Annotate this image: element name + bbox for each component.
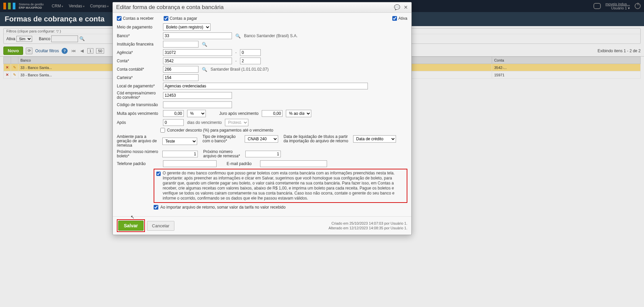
banco-label: Banco* bbox=[117, 33, 160, 38]
conta-contabil-input[interactable] bbox=[163, 66, 198, 73]
cod-transmissao-label: Código de transmissão bbox=[117, 102, 160, 107]
email-input[interactable] bbox=[260, 160, 327, 167]
multa-unit-select[interactable]: % bbox=[187, 110, 206, 117]
banco-desc: Banco Santander (Brasil) S.A. bbox=[244, 33, 298, 38]
juro-unit-select[interactable]: % ao dia bbox=[286, 110, 311, 117]
data-liquidacao-label: Data de liquidação de títulos a partir d… bbox=[284, 135, 350, 143]
prox-nosso-label: Próximo nosso número boleto* bbox=[117, 150, 160, 158]
conta-contabil-desc: Santander Brasil (1.01.01.02.07) bbox=[211, 67, 268, 72]
desconto-label: Conceder desconto (%) para pagamentos at… bbox=[167, 128, 273, 133]
juro-input[interactable] bbox=[262, 110, 283, 117]
telefone-label: Telefone padrão bbox=[117, 161, 160, 166]
gerente-text: O gerente do meu banco confirmou que pos… bbox=[163, 171, 405, 201]
conta-input[interactable] bbox=[163, 58, 232, 64]
agencia-label: Agência* bbox=[117, 50, 160, 55]
instituicao-label: Instituição financeira bbox=[117, 42, 160, 47]
prox-arquivo-input[interactable] bbox=[245, 151, 281, 157]
prox-arquivo-label: Próximo número arquivo de remessa* bbox=[203, 150, 243, 158]
local-pagamento-input[interactable] bbox=[163, 83, 368, 89]
search-icon[interactable]: 🔍 bbox=[202, 42, 207, 47]
data-liquidacao-select[interactable]: Data de crédito bbox=[353, 135, 396, 143]
conta-dv-input[interactable] bbox=[240, 58, 261, 64]
local-pagamento-label: Local de pagamento* bbox=[117, 84, 160, 88]
email-label: E-mail padrão bbox=[227, 161, 257, 166]
telefone-input[interactable] bbox=[163, 160, 217, 167]
conta-label: Conta* bbox=[117, 59, 160, 63]
gerente-confirmation-box: O gerente do meu banco confirmou que pos… bbox=[154, 169, 407, 203]
multa-input[interactable] bbox=[163, 110, 184, 117]
apos-label: Após bbox=[117, 120, 160, 125]
importar-label: Ao importar arquivo de retorno, somar va… bbox=[160, 205, 286, 210]
modal-title: Editar forma de cobrança e conta bancári… bbox=[116, 4, 224, 11]
protestar-select[interactable]: Protestar bbox=[225, 119, 248, 126]
ativa-check[interactable]: Ativa bbox=[392, 16, 407, 21]
edit-modal: Editar forma de cobrança e conta bancári… bbox=[112, 2, 412, 235]
banco-input[interactable] bbox=[163, 32, 232, 39]
apos-input[interactable] bbox=[163, 119, 184, 126]
cod-empresa-label: Cód empresa/número do convênio* bbox=[117, 91, 160, 100]
tipo-integracao-select[interactable]: CNAB 240 bbox=[245, 135, 278, 143]
ambiente-select[interactable]: Teste bbox=[162, 138, 197, 145]
contas-receber-check[interactable]: Contas a receber bbox=[117, 16, 154, 21]
salvar-button[interactable]: Salvar bbox=[118, 221, 144, 231]
cod-transmissao-input[interactable] bbox=[163, 101, 232, 108]
search-icon[interactable]: 🔍 bbox=[235, 33, 241, 39]
tipo-integracao-label: Tipo de integração com o banco* bbox=[203, 135, 242, 143]
apos-desc: dias do vencimento bbox=[187, 120, 222, 125]
salvar-highlight: Salvar bbox=[117, 219, 145, 232]
contas-pagar-check[interactable]: Contas a pagar bbox=[164, 16, 197, 21]
agencia-dv-input[interactable] bbox=[240, 49, 261, 56]
multa-label: Multa após vencimento bbox=[117, 111, 160, 116]
close-icon[interactable]: ✕ bbox=[404, 4, 408, 10]
agencia-input[interactable] bbox=[163, 49, 232, 56]
desconto-check[interactable] bbox=[160, 128, 165, 133]
carteira-input[interactable] bbox=[163, 74, 198, 81]
carteira-label: Carteira* bbox=[117, 75, 160, 80]
ambiente-label: Ambiente para a geração de arquivo de re… bbox=[117, 135, 160, 148]
comment-icon[interactable]: 💬 bbox=[394, 4, 400, 10]
juro-label: Juro após vencimento bbox=[219, 111, 258, 116]
cod-empresa-input[interactable] bbox=[163, 92, 232, 99]
search-icon[interactable]: 🔍 bbox=[202, 67, 207, 72]
prox-nosso-input[interactable] bbox=[162, 151, 198, 157]
instituicao-input[interactable] bbox=[163, 41, 198, 48]
cancelar-button[interactable]: Cancelar bbox=[147, 221, 174, 231]
importar-check[interactable] bbox=[154, 205, 158, 210]
audit-info: Criado em 25/10/2023 14:07:03 por Usuári… bbox=[329, 221, 407, 230]
gerente-check[interactable] bbox=[156, 171, 161, 176]
meio-pagamento-select[interactable]: Boleto (sem registro) bbox=[163, 23, 211, 31]
conta-contabil-label: Conta contábil* bbox=[117, 67, 160, 72]
modal-footer: Salvar Cancelar Criado em 25/10/2023 14:… bbox=[113, 216, 411, 235]
modal-header: Editar forma de cobrança e conta bancári… bbox=[113, 2, 411, 13]
meio-pagamento-label: Meio de pagamento bbox=[117, 25, 160, 29]
